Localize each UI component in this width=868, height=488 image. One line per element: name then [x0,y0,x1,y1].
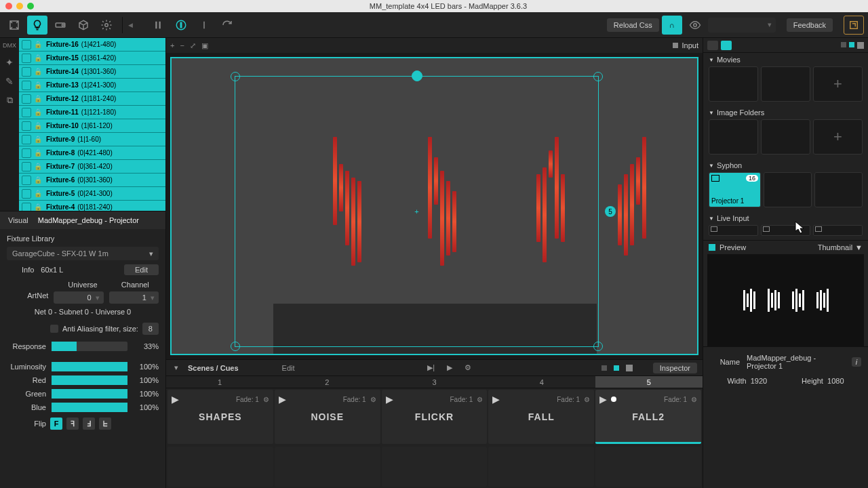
live-input-slot[interactable] [761,225,810,236]
movie-slot[interactable] [709,66,758,102]
imagefolders-header[interactable]: ▼Image Folders [703,106,868,119]
edit-fixture-button[interactable]: Edit [124,264,159,275]
selection-rect[interactable]: + 5 [235,76,599,347]
scene-card[interactable]: ▶Fade: 1⚙ NOISE [275,390,380,444]
edit-scenes-button[interactable]: Edit [279,364,298,372]
toolbar-dropdown[interactable]: ▾ [708,18,776,33]
blue-slider[interactable] [52,403,127,412]
fixture-row[interactable]: 🔒Fixture-5(0|241-300) [19,187,165,201]
aa-checkbox[interactable] [50,325,58,333]
rotate-handle[interactable] [412,70,422,81]
movies-header[interactable]: ▼Movies [703,53,868,66]
chevron-left-icon[interactable]: ◀ [128,22,133,28]
channel-input[interactable]: 1 ▾ [109,291,159,304]
minus-icon[interactable]: − [180,41,184,50]
fixture-row[interactable]: 🔒Fixture-8(0|421-480) [19,146,165,160]
corner-handle[interactable] [231,72,240,81]
fixture-row[interactable]: 🔒Fixture-9(1|1-60) [19,133,165,146]
play-icon[interactable]: ▶ [444,363,455,372]
crop-icon[interactable]: ▣ [201,41,208,50]
fixture-row[interactable]: 🔒Fixture-15(1|361-420) [19,52,165,65]
luminosity-slider[interactable] [52,362,127,371]
n-button[interactable]: ∩ [662,16,682,35]
red-slider[interactable] [52,375,127,385]
collapse-scenes-icon[interactable]: ▾ [172,363,181,372]
flip-v-button[interactable]: Ⅎ [83,418,95,430]
output-window-icon[interactable] [844,16,864,35]
scene-card[interactable]: ▶Fade: 1⚙ SHAPES [167,390,273,444]
inspector-button[interactable]: Inspector [653,363,697,373]
fixture-row[interactable]: 🔒Fixture-13(1|241-300) [19,79,165,92]
syphon-slot[interactable] [814,172,863,207]
scene-card[interactable]: ▶Fade: 1⚙ FALL [488,390,594,444]
aa-size-input[interactable]: 8 [142,323,159,335]
response-slider[interactable] [52,342,127,351]
preview-checkbox[interactable] [709,244,715,251]
movie-slot[interactable] [761,66,810,102]
info-icon[interactable]: i [852,357,861,367]
eye-icon[interactable] [685,16,705,35]
corner-handle[interactable] [593,72,603,81]
imagefolder-slot[interactable] [761,119,810,155]
thumb-large-icon[interactable] [857,42,864,49]
modules-tool-icon[interactable] [73,16,94,35]
feedback-button[interactable]: Feedback [787,18,833,32]
fixture-row[interactable]: 🔒Fixture-4(0|181-240) [19,201,165,211]
live-input-slot[interactable] [813,225,863,236]
universe-input[interactable]: 0 ▾ [54,291,103,304]
wand-icon[interactable]: ✎ [5,76,14,87]
size-small-icon[interactable] [601,365,607,371]
fixture-row[interactable]: 🔒Fixture-11(1|121-180) [19,106,165,119]
gear-tool-icon[interactable] [96,16,117,35]
scene-settings-icon[interactable]: ⚙ [462,363,474,372]
copy-icon[interactable]: ⧉ [7,95,13,106]
syphon-source[interactable]: 16 Projector 1 [709,172,761,207]
expand-icon[interactable]: ⤢ [190,41,196,50]
step-icon[interactable] [194,16,214,35]
thumb-small-icon[interactable] [841,42,846,47]
scene-card[interactable]: ▶Fade: 1⚙ FLICKR [382,390,488,444]
scene-card[interactable]: ▶Fade: 1⚙ FALL2 [595,390,701,444]
add-fixture-icon[interactable]: ✦ [5,57,14,68]
pause-icon[interactable] [148,16,168,35]
library-select[interactable]: GarageCube - SFX-01 W 1m▾ [7,247,159,260]
list-view-icon[interactable] [707,41,718,50]
fixture-row[interactable]: 🔒Fixture-10(1|61-120) [19,119,165,133]
live-input-slot[interactable] [709,225,758,236]
fixture-row[interactable]: 🔒Fixture-12(1|181-240) [19,92,165,106]
corner-handle[interactable] [593,342,603,351]
reload-css-button[interactable]: Reload Css [607,18,659,32]
green-slider[interactable] [52,389,127,399]
view-dot[interactable] [673,43,678,48]
lightbulb-tool-icon[interactable] [27,16,47,35]
preview-canvas[interactable]: + 5 [170,57,698,355]
imagefolder-slot[interactable] [709,119,758,155]
redo-icon[interactable] [217,16,237,35]
flip-h-button[interactable]: ꟻ [66,418,79,430]
add-icon[interactable]: + [170,41,174,50]
fixture-row[interactable]: 🔒Fixture-16(1|421-480) [19,38,165,52]
scene-bank-tabs[interactable]: 1 2 3 4 5 [166,376,703,388]
fixture-list[interactable]: 🔒Fixture-16(1|421-480) 🔒Fixture-15(1|361… [19,38,165,211]
scene-blank-row[interactable] [166,445,703,488]
fixture-row[interactable]: 🔒Fixture-6(0|301-360) [19,174,165,187]
fixture-row[interactable]: 🔒Fixture-7(0|361-420) [19,160,165,174]
thumb-med-icon[interactable] [849,42,854,47]
add-movie-button[interactable]: + [813,66,863,102]
projector-tool-icon[interactable] [50,16,71,35]
gear-icon[interactable]: ⚙ [263,396,269,403]
size-med-icon[interactable] [614,365,619,371]
surface-tool-icon[interactable] [4,16,24,35]
play-scene-icon[interactable]: ▶ [172,394,179,405]
play-ring-icon[interactable] [171,16,191,35]
add-imagefolder-button[interactable]: + [813,119,863,155]
syphon-header[interactable]: ▼Syphon [703,159,868,172]
flip-hv-button[interactable]: ᖶ [99,418,111,430]
flip-none-button[interactable]: F [50,418,62,430]
preview-mode-select[interactable]: Thumbnail▼ [818,243,863,251]
size-large-icon[interactable] [626,365,633,371]
traffic-lights[interactable] [5,3,34,9]
liveinput-header[interactable]: ▼Live Input [703,211,868,225]
corner-handle[interactable] [231,342,240,351]
fixture-row[interactable]: 🔒Fixture-14(1|301-360) [19,65,165,79]
